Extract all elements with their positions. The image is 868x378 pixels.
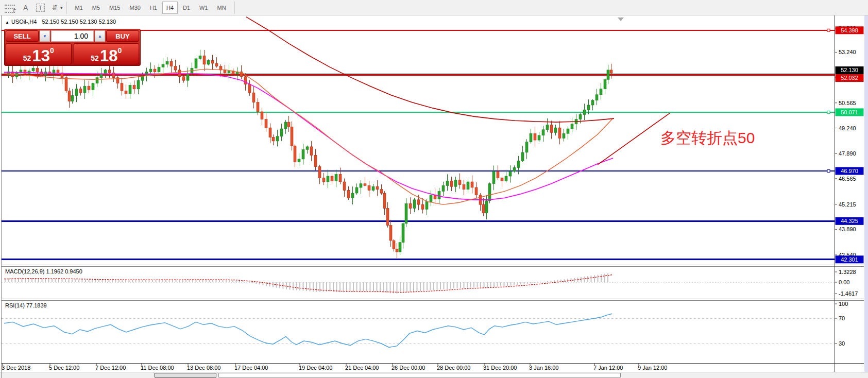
buy-price-small: 52 [91,55,99,62]
price-tick-label: 53.240 [839,49,856,55]
price-tick-label: 47.890 [839,150,856,157]
time-tick-label: 28 Dec 00:00 [437,365,470,371]
macd-scale-label: 0.00 [839,279,849,285]
timeframe-button-D1[interactable]: D1 [179,2,194,14]
price-tick-label: 50.565 [839,100,856,106]
sell-price[interactable]: 52 13 0 [6,43,72,64]
time-tick-label: 31 Dec 20:00 [483,365,517,371]
sell-price-big: 13 [32,49,49,62]
time-tick-label: 3 Jan 16:00 [529,365,559,371]
toolbar-separator [66,2,67,14]
price-badge-label: 46.970 [841,168,858,174]
horizontal-scrollbar[interactable] [0,372,868,378]
label-t-icon[interactable]: T [36,4,45,12]
time-tick-label: 26 Dec 00:00 [392,365,425,371]
timeframe-bar: M1M5M15M30H1H4D1W1MN [71,2,231,14]
sell-price-sup: 0 [50,46,54,55]
arrows-glyph: ⇵ [52,4,58,11]
buy-price-big: 18 [100,49,117,62]
macd-scale-label: 1.3228 [839,269,856,275]
timeframe-button-MN[interactable]: MN [213,2,230,14]
price-badge-label: 44.325 [841,218,858,224]
time-tick-label: 11 Dec 08:00 [141,365,174,371]
price-tick-label: 49.240 [839,125,856,131]
collapse-arrow-icon[interactable]: ▲ [5,20,9,25]
ohlc-values: 52.150 52.150 52.130 52.130 [42,19,116,25]
buy-price-sup: 0 [117,46,122,55]
price-tick-label: 46.565 [839,176,856,182]
volume-decrease-button[interactable]: ▼ [40,30,50,42]
price-badge-label: 42.301 [841,256,858,263]
grid-dots-icon[interactable]: F [5,4,15,12]
buy-price[interactable]: 52 18 0 [74,43,140,64]
time-tick-label: 13 Dec 08:00 [187,365,220,371]
price-badge-label: 52.130 [841,67,858,73]
price-tick-label: 43.890 [839,226,856,232]
trade-controls-row: SELL ▼ 1.00 ▲ BUY [5,29,140,43]
macd-label: MACD(12,26,9) 1.1962 0.9450 [5,268,82,274]
price-tick-label: 45.215 [839,201,856,208]
timeframe-button-M1[interactable]: M1 [71,2,87,14]
rsi-scale-label: 100 [839,301,848,307]
price-badge-label: 52.032 [841,75,858,81]
price-badge-label: 50.071 [841,109,858,115]
rsi-scale-label: 30 [839,340,845,347]
sell-button[interactable]: SELL [6,30,39,42]
sell-price-small: 52 [23,55,31,62]
timeframe-button-M15[interactable]: M15 [105,2,124,14]
chevron-down-icon[interactable]: ▾ [60,5,63,10]
mt4-window: F A T ⇵ ▾ M1M5M15M30H1H4D1W1MN 54.50053.… [0,0,868,378]
time-tick-label: 17 Dec 04:00 [234,365,268,371]
arrows-icon[interactable]: ⇵ ▾ [52,4,62,11]
timeframe-button-W1[interactable]: W1 [195,2,212,14]
time-tick-label: 9 Jan 12:00 [638,365,668,371]
timeframe-button-H1[interactable]: H1 [146,2,161,14]
volume-input[interactable]: 1.00 [51,30,94,42]
timeframe-button-H4[interactable]: H4 [162,2,178,14]
rsi-scale-label: 70 [839,315,845,321]
macd-scale-label: -1.4617 [839,290,858,297]
time-tick-label: 3 Dec 2018 [2,365,30,371]
symbol-period-label: USOil-,H4 [11,19,37,25]
timeframe-button-M5[interactable]: M5 [88,2,104,14]
volume-increase-button[interactable]: ▲ [95,30,105,42]
chart-title: ▲USOil-,H452.150 52.150 52.130 52.130 [5,19,116,25]
timeframe-button-M30[interactable]: M30 [125,2,144,14]
time-tick-label: 19 Dec 04:00 [299,365,332,371]
price-badge-label: 54.398 [841,27,858,33]
trade-prices-row: 52 13 0 52 18 0 [5,43,140,65]
toolbar: F A T ⇵ ▾ M1M5M15M30H1H4D1W1MN [0,0,868,15]
rsi-label: RSI(14) 77.1839 [5,302,47,308]
time-tick-label: 7 Dec 12:00 [95,365,126,371]
text-a-icon[interactable]: A [23,4,28,12]
grid-f-letter: F [13,8,16,13]
time-tick-label: 21 Dec 04:00 [345,365,379,371]
time-tick-label: 7 Jan 12:00 [593,365,623,371]
chart-annotation[interactable]: 多空转折点50 [660,128,755,149]
time-tick-label: 5 Dec 12:00 [49,365,79,371]
buy-button[interactable]: BUY [106,30,139,42]
toolbar-separator [234,2,235,14]
one-click-trading-panel: SELL ▼ 1.00 ▲ BUY 52 13 0 52 18 0 [4,29,141,66]
window-edge-strip [864,15,868,372]
